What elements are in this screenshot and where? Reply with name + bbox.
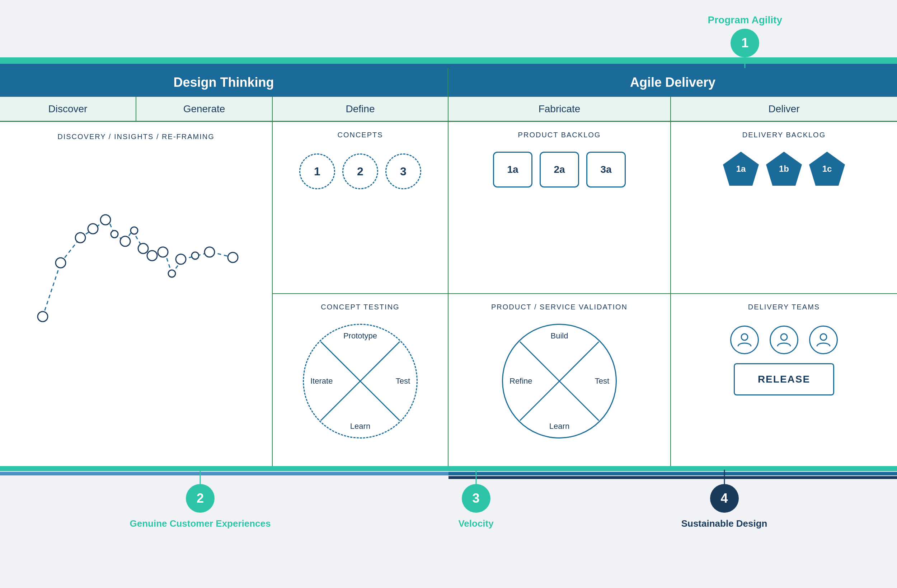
test-label-fabricate: Test	[595, 376, 609, 386]
svg-point-18	[88, 224, 98, 234]
pentagon-1c: 1c	[809, 152, 845, 186]
discover-generate-panel: DISCOVERY / INSIGHTS / RE-FRAMING	[0, 122, 273, 466]
blue-stripe-top	[0, 64, 897, 68]
svg-point-16	[56, 258, 66, 268]
svg-line-0	[43, 263, 61, 316]
badge-3: 3	[462, 484, 490, 513]
release-box: RELEASE	[734, 363, 834, 396]
sustainable-label: Sustainable Design	[681, 518, 767, 529]
svg-point-30	[228, 252, 238, 263]
delivery-backlog-label: DELIVERY BACKLOG	[742, 131, 826, 139]
sub-headers: Discover Generate Define Fabricate Deliv…	[0, 97, 897, 122]
backlog-item-1a: 1a	[493, 152, 533, 188]
deliver-panel: DELIVERY BACKLOG 1a 1b 1c DELIVERY TEAMS	[671, 122, 897, 466]
learn-label-fabricate: Learn	[550, 422, 569, 431]
define-top: CONCEPTS 1 2 3	[273, 122, 448, 294]
svg-point-24	[147, 250, 157, 261]
badge-1: 1	[730, 29, 759, 57]
deliver-top: DELIVERY BACKLOG 1a 1b 1c	[671, 122, 897, 294]
design-thinking-header: Design Thinking	[0, 68, 448, 97]
sub-header-define: Define	[273, 97, 448, 121]
person-icon-2	[770, 325, 798, 354]
left-bottom-stripes	[0, 466, 448, 477]
pentagon-items: 1a 1b 1c	[723, 152, 845, 186]
person-icon-3	[809, 325, 838, 354]
bottom-section: 2 Genuine Customer Experiences 3 Velocit…	[0, 466, 897, 588]
iterate-label: Iterate	[310, 376, 333, 386]
pentagon-1a: 1a	[723, 152, 759, 186]
sub-header-deliver: Deliver	[671, 97, 897, 121]
svg-point-23	[138, 243, 148, 254]
sub-header-fabricate: Fabricate	[448, 97, 671, 121]
svg-point-25	[158, 247, 168, 257]
teal-stripe-top	[0, 57, 897, 64]
top-section: Program Agility 1	[0, 0, 897, 57]
sub-header-discover: Discover	[0, 97, 136, 121]
badge-2: 2	[186, 484, 214, 513]
grid-section: Design Thinking Agile Delivery Discover …	[0, 68, 897, 466]
product-backlog-label: PRODUCT BACKLOG	[518, 131, 601, 139]
agile-delivery-header: Agile Delivery	[448, 68, 897, 97]
sub-header-generate: Generate	[136, 97, 273, 121]
prototype-labels: Prototype Iterate Test Learn	[304, 325, 416, 437]
svg-point-37	[820, 334, 827, 340]
svg-point-22	[131, 227, 138, 234]
discovery-label: DISCOVERY / INSIGHTS / RE-FRAMING	[57, 133, 214, 141]
prototype-circle: Prototype Iterate Test Learn	[303, 324, 418, 438]
scatter-plot	[14, 152, 258, 331]
content-area: DISCOVERY / INSIGHTS / RE-FRAMING	[0, 122, 897, 466]
build-label: Build	[551, 331, 568, 341]
concept-circles: 1 2 3	[299, 153, 421, 189]
badge-4: 4	[710, 484, 739, 513]
refine-label: Refine	[510, 376, 533, 386]
svg-point-19	[101, 215, 110, 225]
genuine-label: Genuine Customer Experiences	[130, 518, 271, 529]
delivery-teams-label: DELIVERY TEAMS	[748, 303, 820, 311]
svg-point-35	[741, 334, 748, 340]
velocity-label: Velocity	[458, 518, 493, 529]
brtl-circle: Build Refine Test Learn	[502, 324, 617, 438]
person-icon-1	[730, 325, 759, 354]
concepts-label: CONCEPTS	[337, 131, 383, 139]
backlog-item-3a: 3a	[586, 152, 626, 188]
program-agility-label: Program Agility	[708, 14, 782, 26]
badge-item-3: 3 Velocity	[458, 484, 493, 529]
right-bottom-stripes	[448, 466, 897, 479]
svg-point-15	[38, 312, 48, 322]
prototype-label: Prototype	[343, 331, 377, 341]
learn-label-define: Learn	[350, 422, 370, 431]
badge-item-2: 2 Genuine Customer Experiences	[130, 484, 271, 529]
deliver-bottom: DELIVERY TEAMS	[671, 294, 897, 466]
validation-label: PRODUCT / SERVICE VALIDATION	[491, 303, 628, 311]
svg-point-28	[191, 252, 199, 259]
category-headers: Design Thinking Agile Delivery	[0, 68, 897, 97]
svg-point-17	[75, 233, 86, 243]
test-label-define: Test	[396, 376, 410, 386]
define-bottom: CONCEPT TESTING Prototype Iterate Test L…	[273, 294, 448, 466]
fabricate-panel: PRODUCT BACKLOG 1a 2a 3a PRODUCT / SERVI…	[448, 122, 671, 466]
concept-circle-2: 2	[342, 153, 378, 189]
svg-point-29	[205, 247, 214, 257]
badge-item-4: 4 Sustainable Design	[681, 484, 767, 529]
concept-circle-3: 3	[385, 153, 421, 189]
main-container: Program Agility 1 Design Thinking Agile …	[0, 0, 897, 588]
define-panel: CONCEPTS 1 2 3 CONCEPT TESTING	[273, 122, 448, 466]
fabricate-top: PRODUCT BACKLOG 1a 2a 3a	[448, 122, 670, 294]
scatter-svg	[14, 152, 258, 331]
svg-point-20	[111, 231, 118, 238]
backlog-items: 1a 2a 3a	[493, 152, 626, 188]
svg-point-26	[168, 270, 176, 277]
program-agility-container: Program Agility 1	[708, 14, 782, 57]
concept-testing-label: CONCEPT TESTING	[321, 303, 400, 311]
concept-circle-1: 1	[299, 153, 335, 189]
person-icons	[730, 325, 838, 354]
backlog-item-2a: 2a	[540, 152, 579, 188]
fabricate-bottom: PRODUCT / SERVICE VALIDATION Build Refin…	[448, 294, 670, 466]
svg-point-27	[176, 254, 186, 264]
svg-point-36	[781, 334, 787, 340]
svg-point-21	[120, 236, 130, 246]
pentagon-1b: 1b	[766, 152, 802, 186]
